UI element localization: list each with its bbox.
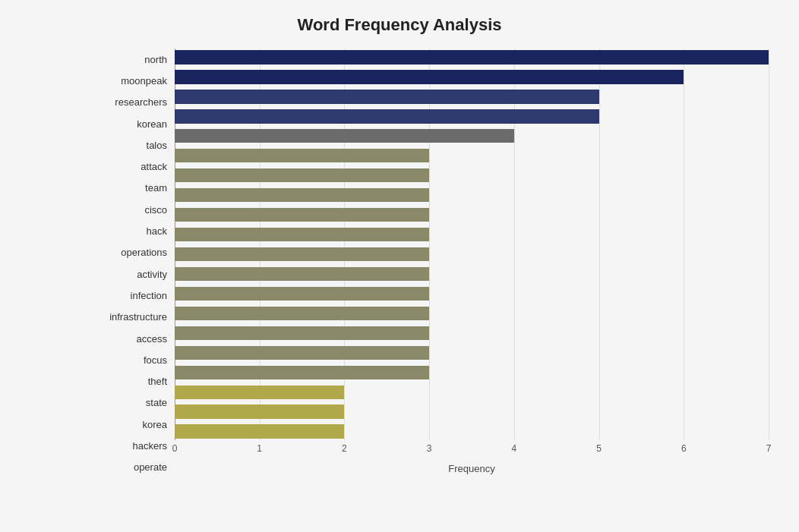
- bar-row: [175, 127, 769, 145]
- bars-and-grid: [175, 49, 769, 440]
- chart-area: 01234567 Frequency: [175, 49, 769, 478]
- x-axis-label: Frequency: [175, 463, 769, 478]
- x-tick: 7: [766, 443, 772, 454]
- bar-fill: [175, 386, 344, 399]
- y-axis-label: focus: [91, 349, 175, 370]
- bar-row: [175, 344, 769, 361]
- y-axis-label: korea: [91, 414, 175, 435]
- bar-fill: [175, 168, 429, 182]
- bar-fill: [175, 129, 514, 143]
- y-axis-label: team: [91, 178, 175, 199]
- y-axis-label: infrastructure: [91, 307, 175, 328]
- bar-row: [175, 265, 769, 282]
- y-axis-label: cisco: [91, 199, 175, 220]
- y-axis-label: theft: [91, 370, 175, 392]
- y-axis-label: researchers: [91, 92, 175, 113]
- bar-fill: [175, 50, 769, 64]
- y-axis-label: attack: [91, 156, 175, 177]
- y-axis-label: operate: [91, 457, 175, 478]
- bar-fill: [175, 188, 429, 202]
- bar-fill: [175, 366, 429, 379]
- bar-row: [175, 187, 769, 204]
- bar-row: [175, 423, 769, 440]
- bar-row: [175, 147, 769, 165]
- x-tick: 4: [512, 443, 517, 454]
- bar-row: [175, 88, 769, 105]
- grid-line: [769, 49, 769, 440]
- bar-row: [175, 206, 769, 224]
- x-axis: 01234567: [175, 440, 769, 463]
- bar-fill: [175, 109, 599, 123]
- y-axis-label: korean: [91, 113, 175, 134]
- bar-row: [175, 108, 769, 125]
- y-axis-label: talos: [91, 134, 175, 156]
- y-axis-label: activity: [91, 263, 175, 285]
- y-axis-label: hack: [91, 220, 175, 241]
- x-tick: 1: [257, 443, 262, 454]
- y-axis-label: operations: [91, 242, 175, 263]
- bar-row: [175, 304, 769, 322]
- x-tick: 0: [172, 443, 178, 454]
- bar-row: [175, 364, 769, 381]
- y-axis-label: hackers: [91, 435, 175, 456]
- bar-fill: [175, 90, 599, 103]
- bar-fill: [175, 326, 429, 340]
- y-axis-label: access: [91, 328, 175, 349]
- bar-row: [175, 167, 769, 184]
- bar-fill: [175, 228, 429, 241]
- chart-title: Word Frequency Analysis: [30, 15, 769, 35]
- bar-fill: [175, 208, 429, 222]
- bar-fill: [175, 307, 429, 320]
- y-axis-label: moonpeak: [91, 70, 175, 91]
- bar-row: [175, 246, 769, 263]
- x-tick: 5: [596, 443, 602, 454]
- bar-fill: [175, 405, 344, 418]
- bar-fill: [175, 149, 429, 162]
- bar-fill: [175, 424, 344, 438]
- bar-row: [175, 383, 769, 401]
- y-axis-labels: northmoonpeakresearcherskoreantalosattac…: [91, 49, 175, 478]
- bar-fill: [175, 346, 429, 360]
- bar-row: [175, 68, 769, 86]
- bars-column: [175, 49, 769, 440]
- bar-fill: [175, 247, 429, 261]
- bar-row: [175, 285, 769, 302]
- x-tick: 6: [681, 443, 687, 454]
- bar-fill: [175, 70, 684, 83]
- chart-container: Word Frequency Analysis northmoonpeakres…: [0, 0, 799, 532]
- bar-row: [175, 324, 769, 342]
- y-axis-label: north: [91, 49, 175, 70]
- x-tick: 3: [427, 443, 432, 454]
- bar-fill: [175, 267, 429, 281]
- x-tick: 2: [342, 443, 347, 454]
- y-axis-label: infection: [91, 285, 175, 306]
- bar-row: [175, 49, 769, 66]
- bar-fill: [175, 287, 429, 301]
- bar-row: [175, 226, 769, 244]
- bar-row: [175, 403, 769, 420]
- y-axis-label: state: [91, 392, 175, 414]
